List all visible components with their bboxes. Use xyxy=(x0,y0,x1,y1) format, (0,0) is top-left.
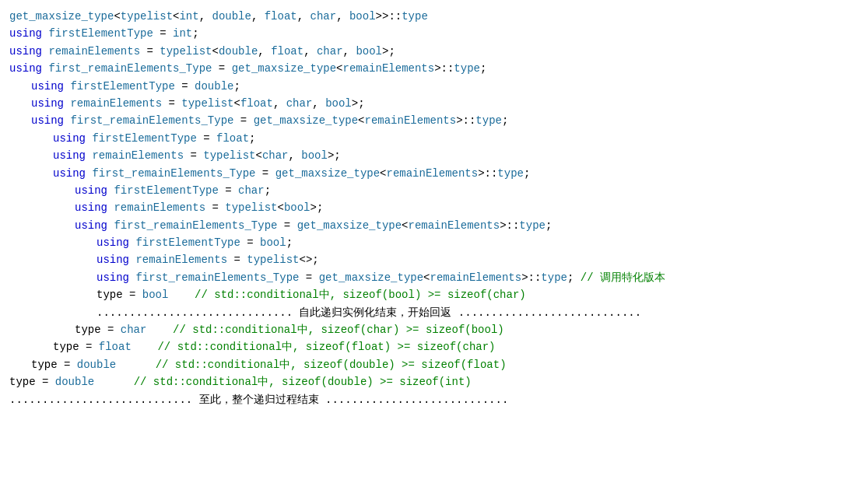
code-segment: typelist xyxy=(160,45,212,58)
code-segment: int xyxy=(173,27,192,40)
code-segment: // std::conditional中, sizeof(double) >= … xyxy=(156,359,507,371)
code-segment: // std::conditional中, sizeof(float) >= s… xyxy=(157,341,495,353)
code-segment: double xyxy=(212,10,251,23)
code-segment: bool xyxy=(349,10,376,23)
code-line: using remainElements = typelist<float, c… xyxy=(9,95,847,112)
code-segment: type = xyxy=(31,359,77,371)
code-segment: firstElementType xyxy=(114,184,218,197)
code-display: get_maxsize_type<typelist<int, double, f… xyxy=(9,8,847,408)
code-segment xyxy=(146,324,173,336)
code-segment: < xyxy=(380,167,386,180)
code-segment: >:: xyxy=(434,62,454,75)
code-segment: , xyxy=(303,45,317,58)
code-segment: type xyxy=(402,10,428,23)
code-segment: using xyxy=(75,219,107,232)
code-segment: first_remainElements_Type xyxy=(135,271,299,284)
code-line: .............................. 自此递归实例化结束… xyxy=(9,304,847,321)
code-segment: double xyxy=(55,376,94,388)
code-segment: < xyxy=(336,62,342,75)
code-segment: remainElements xyxy=(92,149,184,162)
code-segment: using xyxy=(9,62,42,75)
code-segment: = xyxy=(219,184,238,197)
code-segment: >:: xyxy=(521,271,541,284)
code-segment: >; xyxy=(310,201,324,214)
code-segment: ; xyxy=(192,27,198,40)
code-segment: ............................ xyxy=(325,394,508,406)
code-line: using firstElementType = double; xyxy=(9,78,847,95)
code-segment: remainElements xyxy=(409,219,500,232)
code-segment: remainElements xyxy=(365,114,457,127)
code-segment: < xyxy=(212,45,218,58)
code-segment: type = xyxy=(75,324,121,336)
code-segment: // std::conditional中, sizeof(char) >= si… xyxy=(173,324,504,336)
code-segment: firstElementType xyxy=(70,80,174,93)
code-segment xyxy=(94,376,133,388)
code-segment: first_remainElements_Type xyxy=(48,62,212,75)
code-segment: typelist xyxy=(181,97,233,110)
code-line: using first_remainElements_Type = get_ma… xyxy=(9,112,847,129)
code-segment: ............................ xyxy=(458,306,641,319)
code-segment: get_maxsize_type xyxy=(319,271,423,284)
code-line: using firstElementType = float; xyxy=(9,130,847,147)
code-segment: , xyxy=(297,10,310,23)
code-segment: , xyxy=(199,10,212,23)
code-line: using firstElementType = char; xyxy=(9,182,847,199)
code-segment: ; xyxy=(265,184,271,197)
code-segment: first_remainElements_Type xyxy=(70,114,233,127)
code-line: using remainElements = typelist<>; xyxy=(9,251,847,268)
code-segment: first_remainElements_Type xyxy=(92,167,255,180)
code-segment: ; xyxy=(233,80,240,93)
code-segment: bool xyxy=(301,149,328,162)
code-segment: using xyxy=(53,132,86,145)
code-segment: ; xyxy=(546,219,552,232)
code-segment: int xyxy=(179,10,198,23)
code-segment: char xyxy=(262,149,289,162)
code-line: type = double // std::conditional中, size… xyxy=(9,373,847,390)
code-segment: get_maxsize_type xyxy=(275,167,380,180)
code-segment: type xyxy=(497,167,524,180)
code-line: type = bool // std::conditional中, sizeof… xyxy=(9,286,847,303)
code-segment: // std::conditional中, sizeof(double) >= … xyxy=(134,376,472,388)
code-segment: type = xyxy=(53,341,99,353)
code-segment: char xyxy=(317,45,343,58)
code-segment: type = xyxy=(9,376,55,388)
code-line: ............................ 至此，整个递归过程结束… xyxy=(9,391,847,408)
code-segment: type xyxy=(475,114,502,127)
code-line: type = float // std::conditional中, sizeo… xyxy=(9,338,847,355)
code-segment: = xyxy=(205,201,225,214)
code-segment: using xyxy=(96,254,129,266)
code-segment: < xyxy=(402,219,408,232)
code-line: using first_remainElements_Type = get_ma… xyxy=(9,269,847,286)
code-line: type = double // std::conditional中, size… xyxy=(9,356,847,373)
code-segment: >:: xyxy=(456,114,475,127)
code-segment: = xyxy=(299,271,318,284)
code-segment: >; xyxy=(352,97,365,110)
code-segment: char xyxy=(121,324,147,336)
code-segment: using xyxy=(75,184,107,197)
code-segment: char xyxy=(310,10,337,23)
code-segment: .............................. xyxy=(96,306,293,319)
code-segment: double xyxy=(77,359,116,371)
code-segment: using xyxy=(53,167,86,180)
code-line: get_maxsize_type<typelist<int, double, f… xyxy=(9,8,847,25)
code-segment: :: xyxy=(388,10,402,23)
code-segment: = xyxy=(162,97,181,110)
code-segment: typelist xyxy=(203,149,255,162)
code-line: using remainElements = typelist<char, bo… xyxy=(9,147,847,164)
code-segment: remainElements xyxy=(70,97,162,110)
code-segment: , xyxy=(343,45,356,58)
code-segment: using xyxy=(31,97,64,110)
code-segment: , xyxy=(289,149,302,162)
code-segment: remainElements xyxy=(343,62,435,75)
code-segment: typelist xyxy=(225,201,277,214)
code-segment: , xyxy=(273,97,286,110)
code-segment: 自此递归实例化结束，开始回返 xyxy=(293,306,458,319)
code-segment xyxy=(116,359,155,371)
code-segment: using xyxy=(9,45,42,58)
code-segment: remainElements xyxy=(135,254,227,266)
code-segment: ; xyxy=(502,114,508,127)
code-segment: using xyxy=(31,80,64,93)
code-segment: double xyxy=(219,45,258,58)
code-segment: firstElementType xyxy=(92,132,196,145)
code-line: using firstElementType = int; xyxy=(9,25,847,42)
